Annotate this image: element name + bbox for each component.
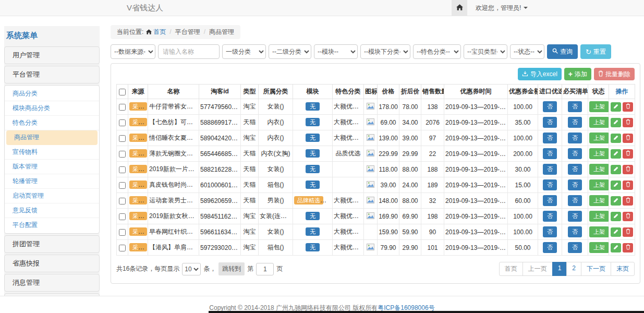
status-button[interactable]: 上架 (589, 195, 609, 206)
edit-button[interactable] (611, 212, 621, 221)
import-select-toggle[interactable]: 否 (543, 148, 557, 159)
row-checkbox[interactable] (119, 182, 126, 189)
page-button-1[interactable]: 上一页 (523, 262, 553, 276)
breadcrumb-item-platform[interactable]: 平台管理 (175, 28, 200, 35)
sidebar-group-bottom-1[interactable]: 省惠快报 (4, 255, 100, 272)
edit-button[interactable] (611, 196, 621, 206)
delete-button[interactable] (623, 180, 633, 190)
filter-select-6[interactable]: --宝贝类型-- (464, 44, 507, 59)
user-menu[interactable]: 欢迎您，管理员! (476, 4, 528, 13)
sidebar-group-top-0[interactable]: 用户管理 (4, 46, 100, 64)
must-buy-toggle[interactable]: 否 (568, 211, 582, 222)
name-search-input[interactable] (158, 44, 220, 59)
status-button[interactable]: 上架 (589, 148, 609, 159)
must-buy-toggle[interactable]: 否 (568, 101, 582, 112)
status-button[interactable]: 上架 (589, 242, 609, 253)
status-button[interactable]: 上架 (589, 211, 609, 222)
filter-select-1[interactable]: 一级分类 (222, 44, 266, 59)
must-buy-toggle[interactable]: 否 (568, 133, 582, 143)
row-checkbox[interactable] (119, 104, 126, 111)
must-buy-toggle[interactable]: 否 (568, 226, 582, 237)
edit-button[interactable] (611, 165, 621, 174)
delete-button[interactable] (623, 118, 633, 127)
sidebar-item-4[interactable]: 宣传物料 (5, 145, 99, 160)
import-select-toggle[interactable]: 否 (543, 242, 557, 253)
delete-button[interactable] (623, 102, 633, 112)
must-buy-toggle[interactable]: 否 (568, 117, 582, 128)
edit-button[interactable] (611, 180, 621, 190)
must-buy-toggle[interactable]: 否 (568, 195, 582, 206)
select-all-checkbox[interactable] (119, 89, 126, 95)
edit-button[interactable] (611, 149, 621, 159)
sidebar-group-bottom-0[interactable]: 拼团管理 (4, 235, 100, 253)
filter-select-2[interactable]: --二级分类-- (269, 44, 311, 59)
jump-button[interactable]: 跳转到 (218, 262, 245, 275)
import-select-toggle[interactable]: 否 (543, 179, 557, 190)
filter-select-5[interactable]: --特色分类-- (413, 44, 461, 59)
sidebar-item-1[interactable]: 模块商品分类 (5, 101, 99, 116)
sidebar-item-5[interactable]: 版本管理 (5, 160, 99, 174)
row-checkbox[interactable] (119, 229, 126, 236)
page-button-3[interactable]: 2 (566, 262, 581, 276)
jump-page-input[interactable] (256, 263, 274, 275)
sidebar-item-0[interactable]: 商品分类 (5, 87, 99, 101)
edit-button[interactable] (611, 134, 621, 143)
row-checkbox[interactable] (119, 213, 126, 220)
status-button[interactable]: 上架 (589, 179, 609, 190)
edit-button[interactable] (611, 102, 621, 112)
status-button[interactable]: 上架 (589, 133, 609, 143)
delete-button[interactable] (623, 212, 633, 221)
delete-button[interactable] (623, 243, 633, 252)
row-checkbox[interactable] (119, 245, 126, 251)
delete-button[interactable] (623, 149, 633, 159)
status-button[interactable]: 上架 (589, 117, 609, 128)
page-button-4[interactable]: 下一页 (581, 262, 611, 276)
row-checkbox[interactable] (119, 151, 126, 158)
delete-button[interactable] (623, 165, 633, 174)
batch-delete-button[interactable]: 批量删除 (594, 68, 635, 80)
import-select-toggle[interactable]: 否 (543, 117, 557, 128)
page-button-0[interactable]: 首页 (499, 262, 523, 276)
filter-select-0[interactable]: --数据来源-- (111, 44, 155, 59)
import-select-toggle[interactable]: 否 (543, 133, 557, 143)
row-checkbox[interactable] (119, 166, 126, 173)
icp-link[interactable]: 粤ICP备16098006号 (378, 304, 434, 311)
sidebar-item-7[interactable]: 启动页管理 (5, 189, 99, 203)
import-select-toggle[interactable]: 否 (543, 101, 557, 112)
edit-button[interactable] (611, 243, 621, 252)
filter-select-4[interactable]: --模块下分类-- (360, 44, 410, 59)
sidebar-item-2[interactable]: 特色分类 (5, 116, 99, 130)
status-button[interactable]: 上架 (589, 226, 609, 237)
home-button[interactable] (452, 0, 467, 16)
sidebar-item-8[interactable]: 意见反馈 (5, 203, 99, 218)
import-select-toggle[interactable]: 否 (543, 226, 557, 237)
add-button[interactable]: + 添加 (564, 68, 591, 80)
import-select-toggle[interactable]: 否 (543, 164, 557, 175)
edit-button[interactable] (611, 118, 621, 127)
row-checkbox[interactable] (119, 119, 126, 126)
filter-select-7[interactable]: --状态-- (510, 44, 544, 59)
sidebar-group-top-1[interactable]: 平台管理 (4, 66, 100, 83)
query-button[interactable]: 查询 (547, 44, 578, 59)
row-checkbox[interactable] (119, 198, 126, 204)
edit-button[interactable] (611, 227, 621, 237)
page-button-5[interactable]: 末页 (611, 262, 635, 276)
row-checkbox[interactable] (119, 135, 126, 142)
must-buy-toggle[interactable]: 否 (568, 164, 582, 175)
breadcrumb-home-link[interactable]: 首页 (143, 28, 166, 35)
page-button-2[interactable]: 1 (552, 262, 567, 276)
sidebar-group-bottom-2[interactable]: 消息管理 (4, 274, 100, 292)
delete-button[interactable] (623, 196, 633, 206)
delete-button[interactable] (623, 134, 633, 143)
import-excel-button[interactable]: 导入excel (518, 68, 562, 80)
delete-button[interactable] (623, 227, 633, 237)
sidebar-item-6[interactable]: 轮播管理 (5, 174, 99, 189)
reset-button[interactable]: ↻重置 (580, 44, 611, 59)
import-select-toggle[interactable]: 否 (543, 211, 557, 222)
import-select-toggle[interactable]: 否 (543, 195, 557, 206)
status-button[interactable]: 上架 (589, 164, 609, 175)
sidebar-item-3[interactable]: 商品管理 (6, 130, 98, 145)
status-button[interactable]: 上架 (589, 101, 609, 112)
filter-select-3[interactable]: --模块-- (314, 44, 358, 59)
must-buy-toggle[interactable]: 否 (568, 148, 582, 159)
